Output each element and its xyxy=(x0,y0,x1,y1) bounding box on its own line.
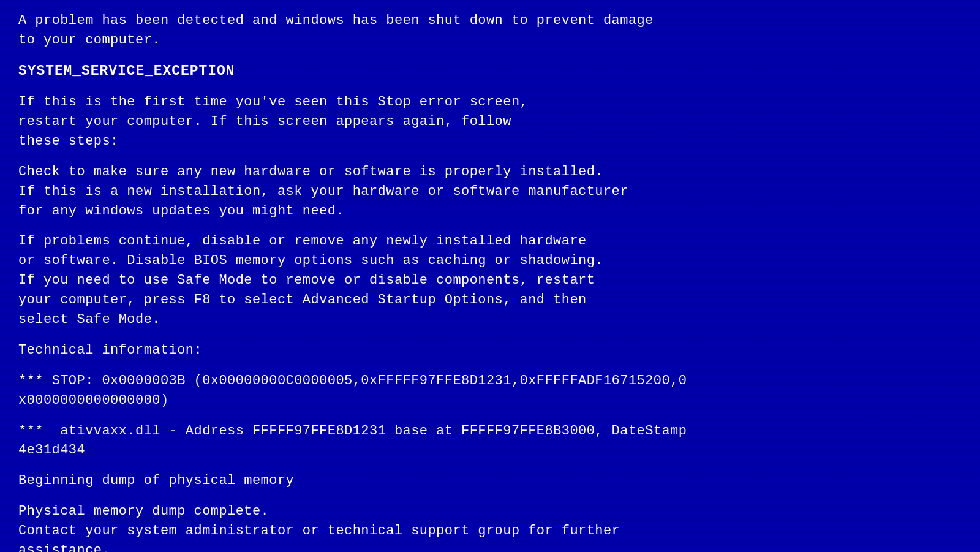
dll-line1: *** ativvaxx.dll - Address FFFFF97FFE8D1… xyxy=(18,422,962,441)
problems-line2: or software. Disable BIOS memory options… xyxy=(18,251,962,271)
check-section: Check to make sure any new hardware or s… xyxy=(18,162,962,221)
problems-line4: your computer, press F8 to select Advanc… xyxy=(18,290,962,310)
error-code: SYSTEM_SERVICE_EXCEPTION xyxy=(18,61,962,81)
contact-line1: Contact your system administrator or tec… xyxy=(18,521,962,541)
intro-line2: to your computer. xyxy=(18,31,962,50)
dump-beginning: Beginning dump of physical memory xyxy=(18,471,962,491)
check-line2: If this is a new installation, ask your … xyxy=(18,182,962,202)
complete-section: Physical memory dump complete. Contact y… xyxy=(18,502,962,552)
dump-section: Beginning dump of physical memory xyxy=(18,471,962,491)
problems-line1: If problems continue, disable or remove … xyxy=(18,232,962,251)
bsod-screen: A problem has been detected and windows … xyxy=(0,0,980,552)
first-time-line3: these steps: xyxy=(18,132,962,151)
intro-section: A problem has been detected and windows … xyxy=(18,11,962,50)
stop-section: *** STOP: 0x0000003B (0x00000000C0000005… xyxy=(18,371,962,410)
dll-section: *** ativvaxx.dll - Address FFFFF97FFE8D1… xyxy=(18,422,962,461)
check-line1: Check to make sure any new hardware or s… xyxy=(18,162,962,182)
first-time-line1: If this is the first time you've seen th… xyxy=(18,93,962,112)
dump-complete: Physical memory dump complete. xyxy=(18,502,962,521)
problems-line3: If you need to use Safe Mode to remove o… xyxy=(18,271,962,290)
first-time-section: If this is the first time you've seen th… xyxy=(18,93,962,151)
check-line3: for any windows updates you might need. xyxy=(18,202,962,221)
stop-line1: *** STOP: 0x0000003B (0x00000000C0000005… xyxy=(18,371,962,391)
error-code-section: SYSTEM_SERVICE_EXCEPTION xyxy=(18,61,962,81)
problems-section: If problems continue, disable or remove … xyxy=(18,232,962,329)
contact-line2: assistance. xyxy=(18,541,962,552)
first-time-line2: restart your computer. If this screen ap… xyxy=(18,112,962,132)
tech-info-label: Technical information: xyxy=(18,341,962,360)
intro-line1: A problem has been detected and windows … xyxy=(18,11,962,31)
dll-line2: 4e31d434 xyxy=(18,440,962,460)
tech-info-section: Technical information: xyxy=(18,341,962,360)
stop-line2: x0000000000000000) xyxy=(18,391,962,410)
problems-line5: select Safe Mode. xyxy=(18,310,962,330)
